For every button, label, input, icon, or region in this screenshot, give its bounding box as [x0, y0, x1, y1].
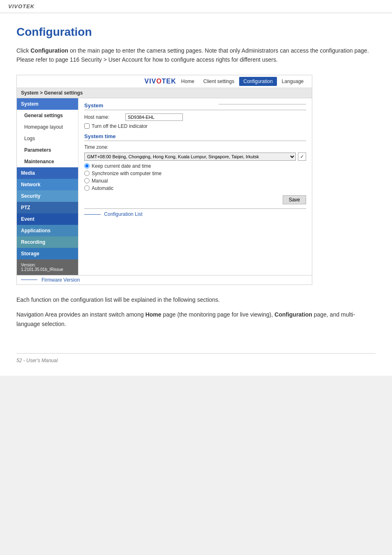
sidebar-item-recording[interactable]: Recording — [17, 236, 78, 248]
mockup-breadcrumb: System > General settings — [17, 88, 312, 98]
firmware-version-label: Firmware Version — [42, 277, 80, 283]
radio-manual[interactable] — [84, 178, 90, 183]
sidebar-item-applications[interactable]: Applications — [17, 225, 78, 236]
led-indicator-row: Turn off the LED indicator — [84, 123, 306, 129]
sidebar-item-network[interactable]: Network — [17, 179, 78, 190]
mockup-main-panel: System Host name: Turn off the LED indic… — [78, 98, 312, 275]
radio-manual-label: Manual — [92, 178, 108, 184]
sidebar-item-ptz[interactable]: PTZ — [17, 202, 78, 213]
radio-keep-row: Keep current date and time — [84, 163, 306, 169]
radio-keep-label: Keep current date and time — [92, 163, 151, 169]
led-label: Turn off the LED indicator — [92, 123, 148, 129]
page-footer: 52 - User's Manual — [16, 353, 376, 363]
timezone-dropdown-btn[interactable]: ✓ — [298, 153, 306, 161]
sidebar-item-storage[interactable]: Storage — [17, 248, 78, 259]
sidebar-version: Version: 1.2101.35.01b_IRissue — [17, 259, 78, 275]
nav-home-btn[interactable]: Home — [177, 77, 198, 86]
radio-auto[interactable] — [84, 185, 90, 191]
system-time-section: System time Time zone: GMT+08:00 Beijing… — [84, 133, 306, 191]
radio-auto-row: Automatic — [84, 185, 306, 191]
header-brand: VIVOTEK — [8, 3, 35, 9]
mockup-sidebar: System General settings Homepage layout … — [17, 98, 78, 275]
radio-sync-row: Synchronize with computer time — [84, 171, 306, 176]
lower-text-2: Navigation Area provides an instant swit… — [16, 310, 376, 328]
config-list-label: Configuration List — [84, 208, 306, 217]
sidebar-item-event[interactable]: Event — [17, 213, 78, 225]
timezone-row: Time zone: — [84, 144, 306, 150]
mockup-footer: Firmware Version — [17, 275, 312, 284]
hostname-label: Host name: — [84, 114, 125, 120]
mockup-topbar: VIVOTEK Home Client settings Configurati… — [17, 75, 312, 88]
main-content: Configuration Click Configuration on the… — [0, 13, 392, 376]
intro-paragraph: Click Configuration on the main page to … — [16, 46, 376, 65]
radio-manual-row: Manual — [84, 178, 306, 184]
sidebar-item-media[interactable]: Media — [17, 167, 78, 179]
page-footer-text: 52 - User's Manual — [16, 358, 58, 363]
nav-area-line — [219, 104, 306, 104]
save-button[interactable]: Save — [283, 195, 306, 204]
sidebar-item-parameters[interactable]: Parameters — [17, 144, 78, 156]
nav-language-btn[interactable]: Language — [278, 77, 308, 86]
sidebar-item-security[interactable]: Security — [17, 190, 78, 202]
sidebar-item-logs[interactable]: Logs — [17, 133, 78, 144]
radio-auto-label: Automatic — [92, 185, 113, 191]
system-time-title: System time — [84, 133, 306, 141]
lower-text-1: Each function on the configuration list … — [16, 295, 376, 304]
sidebar-item-system[interactable]: System — [17, 98, 78, 110]
timezone-label: Time zone: — [84, 144, 108, 150]
nav-client-settings-btn[interactable]: Client settings — [199, 77, 238, 86]
hostname-input[interactable] — [125, 113, 183, 121]
hostname-row: Host name: — [84, 113, 306, 121]
config-list-text: Configuration List — [104, 211, 142, 217]
page-title: Configuration — [16, 25, 376, 39]
radio-sync-label: Synchronize with computer time — [92, 171, 161, 176]
sidebar-item-general-settings[interactable]: General settings — [17, 110, 78, 121]
nav-configuration-btn[interactable]: Configuration — [239, 77, 277, 86]
radio-sync[interactable] — [84, 171, 90, 176]
led-checkbox[interactable] — [84, 123, 90, 129]
radio-keep[interactable] — [84, 163, 90, 169]
mockup-logo: VIVOTEK — [145, 78, 176, 85]
mockup-body: System General settings Homepage layout … — [17, 98, 312, 275]
timezone-select[interactable]: GMT+08:00 Beijing, Chongqing, Hong Kong,… — [84, 153, 296, 161]
page-header: VIVOTEK — [0, 0, 392, 13]
ui-mockup: VIVOTEK Home Client settings Configurati… — [16, 75, 312, 285]
sidebar-item-maintenance[interactable]: Maintenance — [17, 156, 78, 167]
timezone-select-row: GMT+08:00 Beijing, Chongqing, Hong Kong,… — [84, 153, 306, 161]
system-section-title: System — [84, 102, 306, 110]
sidebar-item-homepage-layout[interactable]: Homepage layout — [17, 121, 78, 133]
